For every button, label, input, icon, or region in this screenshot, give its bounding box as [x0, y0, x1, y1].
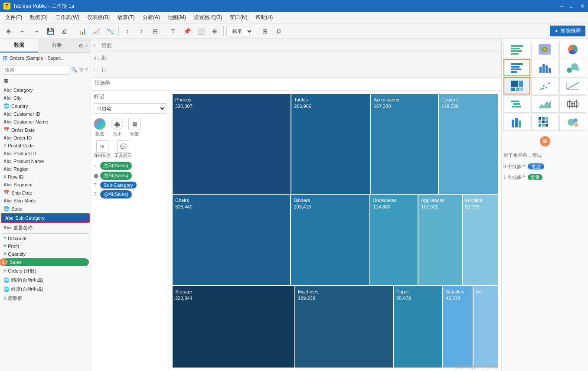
field-discount[interactable]: # Discount	[0, 234, 91, 242]
field-sales[interactable]: 1 # Sales	[2, 258, 89, 266]
field-city[interactable]: Abc City	[0, 94, 91, 102]
pin-button[interactable]: 📌	[181, 25, 193, 37]
chart-type-text[interactable]	[503, 41, 530, 58]
menu-format[interactable]: 设置格式(O)	[190, 13, 225, 22]
chart-type-map1[interactable]	[531, 41, 558, 58]
marker-button[interactable]: ⊕	[209, 25, 221, 37]
field-country[interactable]: 🌐 Country	[0, 102, 91, 110]
menu-help[interactable]: 帮助(H)	[252, 13, 277, 22]
field-quantity[interactable]: # Quantity	[0, 250, 91, 258]
chart-type-vbar[interactable]	[531, 59, 558, 76]
menu-story[interactable]: 故事(T)	[114, 13, 138, 22]
cell-binders[interactable]: Binders 203,413	[291, 195, 369, 285]
cell-supplies[interactable]: Supplies 46,674	[443, 286, 472, 368]
cell-tables[interactable]: Tables 206,966	[291, 94, 370, 194]
field-order-id[interactable]: Abc Order ID	[0, 134, 91, 142]
tab-data[interactable]: 数据	[0, 39, 38, 52]
sort-desc-button[interactable]: ↕	[135, 25, 147, 37]
marks-color[interactable]: 颜色	[94, 118, 106, 137]
marks-dropdown[interactable]: □ 自动	[94, 103, 166, 114]
bar-chart-button[interactable]: 📊	[76, 25, 88, 37]
field-profit[interactable]: # Profit	[0, 242, 91, 250]
print-button[interactable]: 🖨	[58, 25, 70, 37]
marks-tooltip[interactable]: 💬 工具提示	[114, 140, 132, 159]
cell-furnishings[interactable]: Furnishi 91,705	[463, 195, 498, 285]
minimize-button[interactable]: ─	[559, 3, 563, 9]
marks-detail[interactable]: ⊞ 详细信息	[94, 140, 111, 159]
back-button[interactable]: ←	[16, 25, 29, 37]
filter-icon[interactable]: ⚙	[78, 43, 83, 49]
menu-worksheet[interactable]: 工作表(W)	[52, 13, 83, 22]
title-bar-controls[interactable]: ─ □ ✕	[559, 3, 585, 9]
field-product-id[interactable]: Abc Product ID	[0, 150, 91, 157]
filter-button[interactable]: ⊟	[149, 25, 161, 37]
field-order-date[interactable]: 📅 Order Date	[0, 126, 91, 134]
device-button[interactable]: 🖥	[273, 25, 285, 37]
filter-icon2[interactable]: ▽	[79, 67, 83, 73]
chart-type-area[interactable]	[531, 95, 558, 113]
view-dropdown[interactable]: 标准	[226, 26, 253, 36]
list-view-icon[interactable]: ≡	[85, 67, 88, 73]
cell-copiers[interactable]: Copiers 149,528	[439, 94, 498, 194]
smart-recommend-button[interactable]: ✦ 智能推荐	[550, 26, 585, 36]
chart-type-bubble[interactable]	[559, 114, 586, 131]
chart-type-lines[interactable]	[559, 77, 586, 94]
cell-bookcases[interactable]: Bookcases 114,880	[370, 195, 418, 285]
menu-map[interactable]: 地图(M)	[164, 13, 189, 22]
field-orders-count[interactable]: # Orders (计数)	[0, 267, 91, 276]
marks-label[interactable]: ▦ 标签	[128, 118, 140, 137]
chart-button3[interactable]: 📉	[104, 25, 116, 37]
save-button[interactable]: 💾	[44, 25, 56, 37]
chart-button2[interactable]: 📈	[90, 25, 102, 37]
frame-button[interactable]: ⬜	[195, 25, 207, 37]
field-longitude[interactable]: 🌐 经度(自动生成)	[0, 285, 91, 294]
cell-storage[interactable]: Storage 223,844	[173, 286, 294, 368]
cell-art[interactable]: Art	[474, 286, 498, 368]
chart-type-circles[interactable]	[559, 59, 586, 76]
cell-paper[interactable]: Paper 78,479	[394, 286, 442, 368]
cell-accessories[interactable]: Accessories 167,380	[371, 94, 438, 194]
field-customer-id[interactable]: Abc Customer ID	[0, 110, 91, 118]
field-segment[interactable]: Abc Segment	[0, 181, 91, 189]
field-region[interactable]: Abc Region	[0, 165, 91, 173]
menu-dashboard[interactable]: 仪表板(B)	[84, 13, 113, 22]
menu-analysis[interactable]: 分析(A)	[139, 13, 163, 22]
field-postal-code[interactable]: # Postal Code	[0, 142, 91, 150]
chart-type-hbar[interactable]	[503, 59, 530, 76]
new-button[interactable]: ⊕	[3, 25, 15, 37]
field-sub-category[interactable]: Abc Sub-Category	[1, 213, 90, 223]
data-source-row[interactable]: ⊞ Orders (Sample - Super...	[0, 53, 91, 63]
field-measure-values[interactable]: # 度量值	[0, 294, 91, 303]
maximize-button[interactable]: □	[570, 3, 573, 9]
menu-file[interactable]: 文件(F)	[2, 13, 26, 22]
field-ship-date[interactable]: 📅 Ship Date	[0, 189, 91, 197]
cell-machines[interactable]: Machines 189,239	[295, 286, 393, 368]
pill-sales-label[interactable]: 总和(Sales)	[100, 190, 132, 199]
menu-data[interactable]: 数据(D)	[26, 13, 51, 22]
grid-button[interactable]: ⊞	[259, 25, 271, 37]
field-state[interactable]: 🌐 State	[0, 205, 91, 213]
chart-type-pie[interactable]	[559, 41, 586, 58]
field-measure-names[interactable]: Abc 度量名称	[0, 223, 91, 232]
chart-type-scatter[interactable]	[531, 77, 558, 94]
pill-sales-color[interactable]: 总和(Sales)	[100, 162, 132, 170]
chart-type-treemap[interactable]	[503, 77, 530, 94]
chart-type-boxplot[interactable]	[559, 95, 586, 113]
forward-button[interactable]: →	[30, 25, 42, 37]
pill-subcategory[interactable]: Sub-Category	[100, 182, 137, 189]
menu-window[interactable]: 窗口(N)	[226, 13, 251, 22]
chart-type-dual[interactable]	[503, 114, 530, 131]
cell-phones[interactable]: Phones 330,007	[173, 94, 291, 194]
chart-type-heatmap[interactable]	[531, 114, 558, 131]
marks-size[interactable]: ◉ 大小	[111, 118, 123, 137]
field-product-name[interactable]: Abc Product Name	[0, 157, 91, 165]
field-ship-mode[interactable]: Abc Ship Mode	[0, 197, 91, 205]
text-button[interactable]: T	[167, 25, 179, 37]
pill-sales-size[interactable]: 总和(Sales)	[100, 172, 132, 180]
field-latitude[interactable]: 🌐 纬度(自动生成)	[0, 276, 91, 285]
field-row-id[interactable]: # Row ID	[0, 173, 91, 181]
field-category[interactable]: Abc Category	[0, 86, 91, 94]
list-icon[interactable]: ≡	[85, 43, 88, 49]
search-icon[interactable]: 🔍	[71, 67, 78, 73]
tab-analysis[interactable]: 分析	[38, 39, 76, 52]
